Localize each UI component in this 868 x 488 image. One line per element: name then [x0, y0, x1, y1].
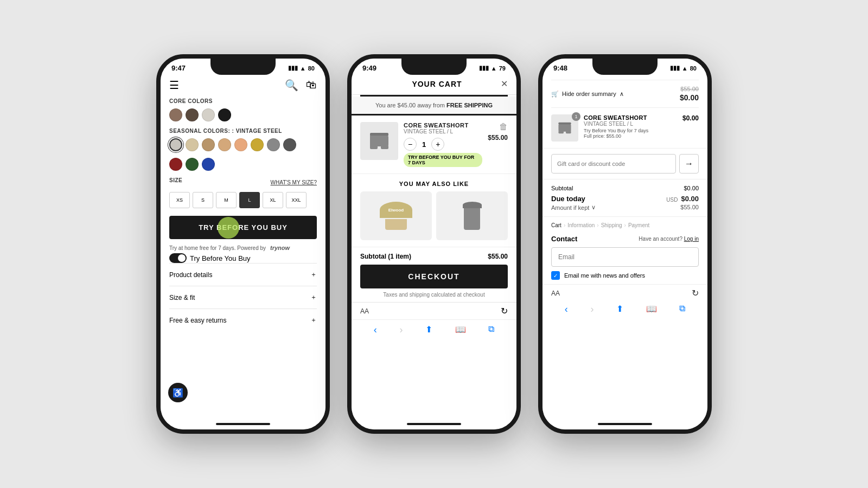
qty-decrease[interactable]: − — [404, 138, 417, 151]
cart-item-price: $55.00 — [488, 134, 508, 142]
refresh-icon-3[interactable]: ↻ — [692, 288, 699, 298]
cart-header: YOUR CART ✕ — [352, 74, 516, 95]
color-black[interactable] — [218, 108, 231, 121]
color-dark-gray[interactable] — [283, 138, 296, 151]
shorts-svg — [366, 130, 393, 152]
checkout-button[interactable]: CHECKOUT — [360, 265, 508, 288]
returns-accordion[interactable]: Free & easy returns ＋ — [169, 309, 317, 331]
status-icons-3: ▮▮▮▲80 — [670, 65, 697, 72]
currency-label: USD — [666, 197, 678, 203]
color-forest[interactable] — [186, 158, 199, 171]
cart-item-info: CORE SWEATSHORT VINTAGE STEEL / L − 1 + … — [404, 122, 482, 167]
size-section: SIZE WHAT'S MY SIZE? XS S M L XL XXL — [169, 177, 317, 208]
contact-header: Contact Have an account? Log in — [551, 235, 699, 243]
color-olive[interactable] — [251, 138, 264, 151]
log-in-link[interactable]: Log in — [684, 236, 699, 242]
menu-icon[interactable]: ☰ — [169, 79, 179, 92]
breadcrumb-sep-1: › — [564, 222, 565, 228]
gift-submit-button[interactable]: → — [679, 154, 699, 174]
color-gray[interactable] — [267, 138, 280, 151]
contact-section: Contact Have an account? Log in ✓ Email … — [542, 232, 707, 280]
delete-item-button[interactable]: 🗑 — [499, 122, 508, 132]
qty-increase[interactable]: + — [431, 138, 444, 151]
try-badge: TRY BEFORE YOU BUY FOR 7 DAYS — [404, 153, 482, 167]
email-input[interactable] — [551, 247, 699, 267]
cart-item-image — [360, 122, 398, 160]
cart-subtotal: Subtotal (1 item) $55.00 — [352, 247, 516, 265]
svg-rect-6 — [558, 124, 571, 132]
status-bar-3: 9:48 ▮▮▮▲80 — [542, 59, 707, 74]
color-coral[interactable] — [234, 138, 247, 151]
amount-kept-label[interactable]: Amount if kept ∨ — [551, 204, 596, 211]
close-cart-button[interactable]: ✕ — [501, 79, 508, 89]
refresh-icon-2[interactable]: ↻ — [501, 306, 508, 316]
bookmarks-btn-2[interactable]: 📖 — [455, 324, 466, 336]
try-before-buy-button[interactable]: TRY BEFORE YOU BUY — [169, 216, 317, 239]
order-summary-section: 🛒 Hide order summary ∧ $55.00 $0.00 — [542, 80, 707, 108]
size-fit-accordion[interactable]: Size & fit ＋ — [169, 286, 317, 309]
you-may-like-label: YOU MAY ALSO LIKE — [352, 174, 516, 191]
size-xxl[interactable]: XXL — [286, 192, 307, 208]
try-toggle[interactable] — [169, 253, 187, 263]
home-bar-1 — [216, 423, 270, 425]
chevron-up-icon: ∧ — [620, 91, 624, 98]
share-btn-3[interactable]: ⬆ — [616, 304, 623, 315]
order-summary-label: Hide order summary — [562, 91, 616, 97]
plus-icon-3: ＋ — [310, 316, 317, 325]
rec-item-2[interactable] — [436, 191, 508, 240]
size-s[interactable]: S — [193, 192, 213, 208]
product-details-accordion[interactable]: Product details ＋ — [169, 263, 317, 286]
order-detail-row: 1 CORE SWEATSHORT VINTAGE STEEL / L Try … — [542, 108, 707, 149]
phone-product: 9:47 ▮▮▮ ▲ 80 ☰ 🔍 🛍 CORE COLORS — [156, 54, 330, 434]
color-peach[interactable] — [218, 138, 231, 151]
color-navy[interactable] — [202, 158, 215, 171]
browser-bar-3: AA ↻ ‹ › ⬆ 📖 ⧉ — [542, 284, 707, 317]
newsletter-label: Email me with news and offers — [564, 272, 645, 279]
size-m[interactable]: M — [216, 192, 237, 208]
status-bar-1: 9:47 ▮▮▮ ▲ 80 — [161, 59, 326, 74]
breadcrumb-sep-2: › — [597, 222, 598, 228]
seasonal-colors-row-2 — [169, 158, 317, 171]
accessibility-button[interactable]: ♿ — [168, 383, 188, 402]
color-burgundy[interactable] — [169, 158, 182, 171]
back-btn-3[interactable]: ‹ — [565, 304, 568, 315]
subtotal-label-3: Subtotal — [551, 185, 573, 191]
newsletter-checkbox[interactable]: ✓ — [551, 271, 560, 280]
core-colors-label: CORE COLORS — [169, 98, 317, 104]
back-btn-2[interactable]: ‹ — [374, 324, 377, 336]
size-xl[interactable]: XL — [263, 192, 283, 208]
due-today-val: $0.00 — [681, 195, 699, 203]
order-summary-toggle[interactable]: 🛒 Hide order summary ∧ $55.00 $0.00 — [551, 80, 699, 108]
color-light-gray[interactable] — [202, 108, 215, 121]
trynow-section: Try at home free for 7 days. Powered by … — [169, 245, 317, 251]
tabs-btn-2[interactable]: ⧉ — [488, 324, 494, 336]
order-item-image: 1 — [551, 114, 578, 142]
color-vintage-steel[interactable] — [169, 138, 182, 151]
size-l[interactable]: L — [239, 192, 260, 208]
status-icons-2: ▮▮▮▲79 — [479, 65, 506, 72]
amount-kept-val: $55.00 — [680, 204, 699, 211]
share-btn-2[interactable]: ⬆ — [425, 324, 432, 336]
breadcrumb-payment: Payment — [628, 222, 649, 228]
search-icon[interactable]: 🔍 — [285, 79, 298, 92]
tabs-btn-3[interactable]: ⧉ — [679, 304, 685, 315]
newsletter-checkbox-row: ✓ Email me with news and offers — [551, 271, 699, 280]
breadcrumb-cart[interactable]: Cart — [551, 222, 561, 228]
subtotal-row: Subtotal $0.00 — [551, 185, 699, 191]
taxes-note: Taxes and shipping calculated at checkou… — [352, 292, 516, 302]
breadcrumb-information[interactable]: Information — [567, 222, 595, 228]
size-xs[interactable]: XS — [169, 192, 190, 208]
rec-item-1[interactable]: Elwood — [360, 191, 432, 240]
color-brown[interactable] — [169, 108, 182, 121]
order-item-full-price: Full price: $55.00 — [584, 133, 677, 139]
whats-my-size-link[interactable]: WHAT'S MY SIZE? — [271, 179, 317, 185]
color-tan[interactable] — [186, 138, 199, 151]
bookmarks-btn-3[interactable]: 📖 — [646, 304, 657, 315]
gift-card-input[interactable] — [551, 154, 676, 174]
bag-icon[interactable]: 🛍 — [306, 79, 317, 92]
phone-checkout: 9:48 ▮▮▮▲80 🛒 Hide order summary ∧ $55.0… — [538, 54, 712, 434]
color-camel[interactable] — [202, 138, 215, 151]
svg-rect-2 — [370, 136, 379, 146]
svg-rect-7 — [558, 131, 564, 133]
color-dark-brown[interactable] — [186, 108, 199, 121]
